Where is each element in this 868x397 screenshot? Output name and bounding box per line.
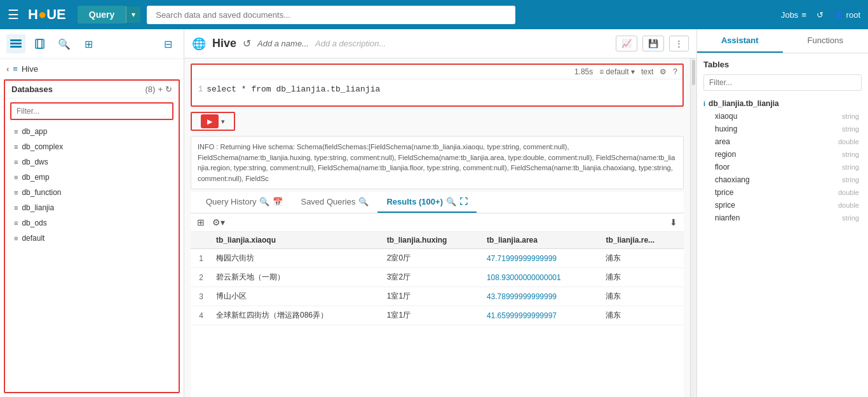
cell-huxing: 3室2厅 bbox=[381, 268, 480, 287]
add-db-icon[interactable]: + bbox=[158, 84, 163, 94]
query-dropdown[interactable]: ▾ bbox=[126, 6, 140, 23]
run-dropdown[interactable]: ▾ bbox=[221, 118, 225, 126]
list-item[interactable]: ≡db_complex bbox=[5, 139, 179, 154]
sidebar-apps-icon[interactable]: ⊞ bbox=[79, 34, 98, 53]
list-item[interactable]: ≡db_emp bbox=[5, 170, 179, 185]
left-sidebar: 🔍 ⊞ ⊟ ‹ ≡ Hive Databases (8) + ↻ bbox=[0, 29, 184, 397]
field-row[interactable]: sprice double bbox=[703, 199, 862, 212]
editor-desc-placeholder[interactable]: Add a description... bbox=[315, 39, 386, 48]
editor-scrollbar[interactable] bbox=[690, 58, 696, 397]
download-icon[interactable]: ⬇ bbox=[670, 217, 677, 227]
run-btn-outline: ▶ ▾ bbox=[191, 112, 235, 131]
search-input[interactable] bbox=[147, 6, 515, 24]
db-icon: ≡ bbox=[14, 204, 18, 212]
grid-view-icon[interactable]: ⊞ bbox=[197, 217, 205, 227]
list-item[interactable]: ≡db_dws bbox=[5, 154, 179, 170]
tab-query-history[interactable]: Query History 🔍 📅 bbox=[197, 192, 292, 213]
search-tab-icon[interactable]: 🔍 bbox=[259, 197, 269, 206]
sidebar-tables-icon[interactable] bbox=[6, 34, 25, 53]
tab-functions[interactable]: Functions bbox=[783, 29, 869, 53]
cell-huxing: 1室1厅 bbox=[381, 306, 480, 325]
field-row[interactable]: area double bbox=[703, 135, 862, 148]
logo-h: H bbox=[28, 6, 38, 23]
svg-rect-3 bbox=[36, 39, 42, 48]
row-num: 4 bbox=[191, 306, 210, 325]
db-filter-wrapper bbox=[10, 102, 173, 120]
query-button[interactable]: Query bbox=[78, 6, 126, 24]
logo-ue: UE bbox=[46, 6, 66, 23]
field-name: region bbox=[706, 150, 842, 159]
db-icon: ≡ bbox=[14, 189, 18, 196]
table-row: 1 梅园六街坊 2室0厅 47.71999999999999 浦东 bbox=[191, 249, 684, 268]
main-table-item[interactable]: i db_lianjia.tb_lianjia bbox=[703, 97, 862, 110]
user-profile[interactable]: 👤 root bbox=[834, 10, 860, 20]
save-button[interactable]: 💾 bbox=[642, 36, 664, 51]
field-name: area bbox=[706, 137, 838, 146]
field-name: floor bbox=[706, 163, 842, 172]
field-row[interactable]: region string bbox=[703, 148, 862, 161]
col-area: tb_lianjia.area bbox=[480, 232, 600, 249]
editor-name-placeholder[interactable]: Add a name... bbox=[257, 39, 309, 48]
field-type: string bbox=[842, 151, 859, 158]
cell-region: 浦东 bbox=[599, 249, 684, 268]
saved-search-icon[interactable]: 🔍 bbox=[358, 197, 369, 206]
field-type: string bbox=[842, 163, 859, 171]
field-row[interactable]: xiaoqu string bbox=[703, 110, 862, 123]
field-row[interactable]: nianfen string bbox=[703, 212, 862, 224]
run-button[interactable]: ▶ bbox=[201, 114, 219, 128]
row-num-header bbox=[191, 232, 210, 249]
field-row[interactable]: tprice double bbox=[703, 186, 862, 199]
info-text: INFO : Returning Hive schema: Schema(fie… bbox=[198, 143, 675, 182]
db-filter-input[interactable] bbox=[11, 104, 172, 119]
sidebar-search-icon[interactable]: 🔍 bbox=[55, 34, 74, 53]
sidebar-files-icon[interactable] bbox=[31, 34, 50, 53]
db-list: ≡db_app ≡db_complex ≡db_dws ≡db_emp ≡db_… bbox=[5, 124, 179, 392]
db-icon: ≡ bbox=[14, 173, 18, 181]
results-settings-icon[interactable]: ⚙▾ bbox=[212, 217, 225, 227]
db-count-area: (8) + ↻ bbox=[146, 84, 172, 94]
databases-panel: Databases (8) + ↻ ≡db_app ≡db_complex ≡d… bbox=[4, 79, 180, 393]
sidebar-icon-bar: 🔍 ⊞ ⊟ bbox=[0, 29, 184, 59]
list-item[interactable]: ≡db_app bbox=[5, 124, 179, 139]
more-button[interactable]: ⋮ bbox=[669, 36, 689, 51]
list-item[interactable]: ≡db_ods bbox=[5, 215, 179, 231]
tab-saved-queries[interactable]: Saved Queries 🔍 bbox=[292, 192, 377, 213]
field-row[interactable]: floor string bbox=[703, 161, 862, 173]
cell-xiaoqu: 碧云新天地（一期） bbox=[210, 268, 381, 287]
list-item[interactable]: ≡db_function bbox=[5, 185, 179, 200]
results-table: tb_lianjia.xiaoqu tb_lianjia.huxing tb_l… bbox=[191, 232, 684, 325]
sidebar-content: ‹ ≡ Hive Databases (8) + ↻ ≡db_app bbox=[0, 59, 184, 397]
list-item[interactable]: ≡default bbox=[5, 231, 179, 246]
format-selector[interactable]: text bbox=[641, 67, 653, 76]
field-row[interactable]: chaoxiang string bbox=[703, 173, 862, 186]
list-item[interactable]: ≡db_lianjia bbox=[5, 200, 179, 215]
calendar-tab-icon[interactable]: 📅 bbox=[273, 197, 283, 206]
help-icon[interactable]: ? bbox=[673, 67, 677, 76]
col-region: tb_lianjia.re... bbox=[599, 232, 684, 249]
tab-assistant[interactable]: Assistant bbox=[697, 29, 783, 53]
chart-button[interactable]: 📈 bbox=[616, 36, 637, 51]
settings-icon[interactable]: ⚙ bbox=[660, 67, 667, 76]
cell-area: 43.78999999999999 bbox=[480, 287, 600, 306]
hamburger-menu[interactable]: ☰ bbox=[8, 7, 19, 22]
query-editor-content[interactable]: 1 select * from db_lianjia.tb_lianjia bbox=[192, 79, 682, 99]
db-selector[interactable]: ≡ default ▾ bbox=[599, 67, 635, 76]
field-name: chaoxiang bbox=[706, 175, 842, 184]
cell-xiaoqu: 梅园六街坊 bbox=[210, 249, 381, 268]
results-search-icon[interactable]: 🔍 bbox=[446, 197, 456, 206]
tab-results[interactable]: Results (100+) 🔍 ⛶ bbox=[377, 192, 477, 213]
history-icon[interactable]: ↺ bbox=[817, 10, 824, 20]
tables-filter-input[interactable] bbox=[703, 74, 862, 91]
results-expand-icon[interactable]: ⛶ bbox=[459, 197, 468, 206]
editor-history-btn[interactable]: ↺ bbox=[243, 37, 251, 50]
databases-label: Databases bbox=[11, 84, 53, 94]
cell-area: 41.65999999999997 bbox=[480, 306, 600, 325]
cell-region: 浦东 bbox=[599, 287, 684, 306]
jobs-section[interactable]: Jobs ≡ bbox=[781, 10, 806, 20]
field-row[interactable]: huxing string bbox=[703, 123, 862, 135]
refresh-db-icon[interactable]: ↻ bbox=[165, 84, 172, 94]
sidebar-right-icon[interactable]: ⊟ bbox=[158, 34, 177, 53]
nav-right: Jobs ≡ ↺ 👤 root bbox=[781, 10, 860, 20]
cell-area: 108.93000000000001 bbox=[480, 268, 600, 287]
back-arrow[interactable]: ‹ bbox=[6, 64, 9, 74]
